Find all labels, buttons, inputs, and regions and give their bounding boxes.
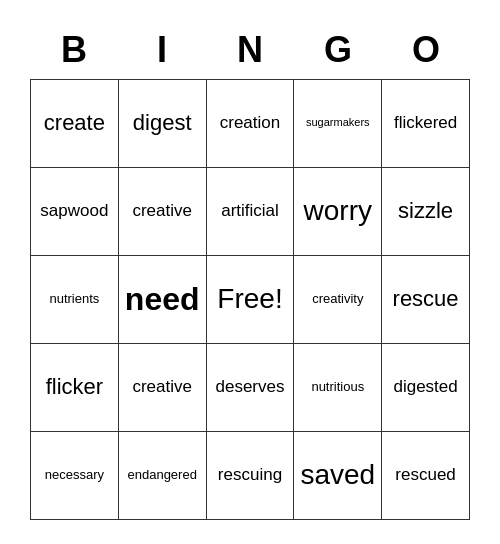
- bingo-cell: Free!: [207, 256, 295, 344]
- cell-text: rescuing: [218, 465, 282, 485]
- bingo-cell: worry: [294, 168, 382, 256]
- bingo-cell: rescued: [382, 432, 470, 520]
- bingo-cell: create: [31, 80, 119, 168]
- cell-text: rescued: [395, 465, 455, 485]
- header-letter: I: [118, 25, 206, 75]
- cell-text: sizzle: [398, 198, 453, 224]
- bingo-cell: sapwood: [31, 168, 119, 256]
- cell-text: creativity: [312, 291, 363, 307]
- cell-text: digested: [393, 377, 457, 397]
- bingo-cell: flicker: [31, 344, 119, 432]
- cell-text: nutrients: [49, 291, 99, 307]
- cell-text: sugarmakers: [306, 116, 370, 129]
- header-letter: N: [206, 25, 294, 75]
- bingo-cell: endangered: [119, 432, 207, 520]
- cell-text: sapwood: [40, 201, 108, 221]
- bingo-cell: rescue: [382, 256, 470, 344]
- bingo-cell: saved: [294, 432, 382, 520]
- bingo-cell: creativity: [294, 256, 382, 344]
- cell-text: need: [125, 280, 200, 318]
- bingo-grid: createdigestcreationsugarmakersflickered…: [30, 79, 470, 520]
- cell-text: creative: [132, 201, 192, 221]
- bingo-cell: sugarmakers: [294, 80, 382, 168]
- cell-text: flicker: [46, 374, 103, 400]
- cell-text: creation: [220, 113, 280, 133]
- cell-text: artificial: [221, 201, 279, 221]
- cell-text: create: [44, 110, 105, 136]
- bingo-cell: creative: [119, 344, 207, 432]
- bingo-cell: flickered: [382, 80, 470, 168]
- cell-text: nutritious: [311, 379, 364, 395]
- cell-text: rescue: [393, 286, 459, 312]
- header-letter: O: [382, 25, 470, 75]
- bingo-cell: sizzle: [382, 168, 470, 256]
- cell-text: digest: [133, 110, 192, 136]
- header-letter: B: [30, 25, 118, 75]
- cell-text: necessary: [45, 467, 104, 483]
- bingo-card: BINGO createdigestcreationsugarmakersfli…: [20, 15, 480, 530]
- cell-text: Free!: [217, 282, 282, 316]
- bingo-cell: rescuing: [207, 432, 295, 520]
- header-letter: G: [294, 25, 382, 75]
- cell-text: saved: [300, 458, 375, 492]
- cell-text: endangered: [127, 467, 196, 483]
- bingo-cell: nutrients: [31, 256, 119, 344]
- bingo-cell: necessary: [31, 432, 119, 520]
- bingo-cell: creation: [207, 80, 295, 168]
- bingo-cell: digest: [119, 80, 207, 168]
- bingo-cell: creative: [119, 168, 207, 256]
- cell-text: worry: [304, 194, 372, 228]
- bingo-cell: deserves: [207, 344, 295, 432]
- bingo-cell: digested: [382, 344, 470, 432]
- bingo-cell: need: [119, 256, 207, 344]
- cell-text: deserves: [216, 377, 285, 397]
- bingo-cell: nutritious: [294, 344, 382, 432]
- cell-text: flickered: [394, 113, 457, 133]
- bingo-cell: artificial: [207, 168, 295, 256]
- bingo-header: BINGO: [30, 25, 470, 75]
- cell-text: creative: [132, 377, 192, 397]
